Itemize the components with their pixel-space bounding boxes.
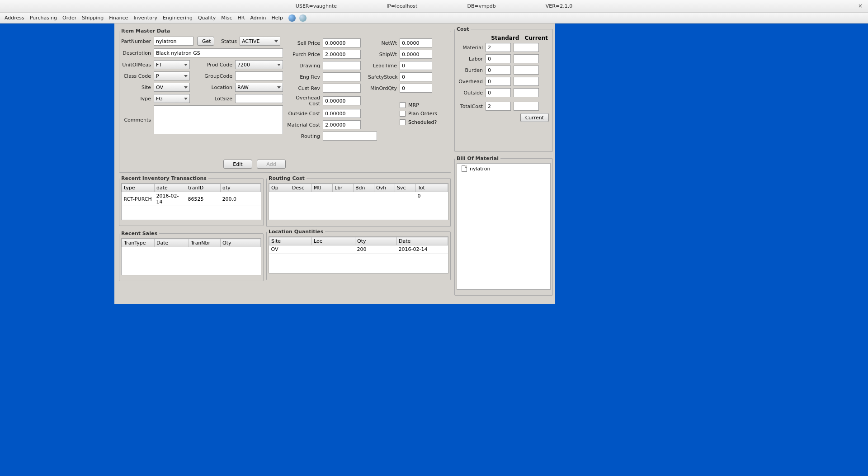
chevron-down-icon bbox=[184, 98, 188, 100]
inventory-table[interactable]: type date tranID qty RCT-PURCH2016-02-14… bbox=[122, 184, 261, 206]
minordqty-input[interactable] bbox=[400, 84, 432, 93]
bom-root-label: nylatron bbox=[470, 166, 491, 172]
lbl-mrp: MRP bbox=[408, 102, 419, 108]
sales-table[interactable]: TranType Date TranNbr Qty bbox=[122, 239, 261, 247]
bom-panel: Bill Of Material nylatron bbox=[454, 156, 553, 296]
chevron-down-icon bbox=[277, 86, 281, 89]
menu-purchasing[interactable]: Purchasing bbox=[28, 14, 59, 22]
menu-quality[interactable]: Quality bbox=[196, 14, 217, 22]
lbl-outside: Outside Cost bbox=[287, 111, 323, 117]
chevron-down-icon bbox=[184, 75, 188, 77]
menu-inventory[interactable]: Inventory bbox=[132, 14, 159, 22]
status-select[interactable]: ACTIVE bbox=[240, 37, 280, 46]
lbl-safetystock: SafetyStock bbox=[368, 74, 400, 80]
mrp-checkbox[interactable] bbox=[400, 102, 406, 108]
cost-cur-total[interactable] bbox=[514, 102, 539, 111]
cost-std-total[interactable] bbox=[486, 102, 511, 111]
lbl-scheduled: Scheduled? bbox=[408, 119, 437, 125]
lbl-cost-material: Material bbox=[458, 45, 486, 51]
edit-button[interactable]: Edit bbox=[223, 160, 252, 169]
lbl-location: Location bbox=[190, 85, 235, 90]
menu-help[interactable]: Help bbox=[270, 14, 285, 22]
drawing-input[interactable] bbox=[323, 61, 361, 70]
outside-input[interactable] bbox=[323, 109, 361, 118]
menu-hr[interactable]: HR bbox=[236, 14, 247, 22]
cost-std-burden[interactable] bbox=[486, 66, 511, 75]
title-db: DB=vmpdb bbox=[467, 3, 495, 9]
menu-misc[interactable]: Misc bbox=[219, 14, 234, 22]
shipwt-input[interactable] bbox=[400, 50, 432, 59]
menu-admin[interactable]: Admin bbox=[248, 14, 268, 22]
purchprice-input[interactable] bbox=[323, 50, 361, 59]
safetystock-input[interactable] bbox=[400, 72, 432, 81]
description-input[interactable] bbox=[154, 48, 283, 57]
routing-input[interactable] bbox=[323, 132, 377, 141]
cost-cur-overhead[interactable] bbox=[514, 77, 539, 86]
refresh-icon[interactable] bbox=[299, 14, 307, 22]
location-select[interactable]: RAW bbox=[235, 83, 283, 92]
groupcode-input[interactable] bbox=[235, 71, 283, 80]
lbl-sellprice: Sell Price bbox=[287, 40, 323, 46]
table-row[interactable]: RCT-PURCH2016-02-1486525200.0 bbox=[122, 192, 261, 206]
cost-std-outside[interactable] bbox=[486, 88, 511, 97]
cost-legend: Cost bbox=[455, 26, 471, 32]
uom-select[interactable]: FT bbox=[154, 60, 190, 69]
chevron-down-icon bbox=[274, 40, 278, 42]
leadtime-input[interactable] bbox=[400, 61, 432, 70]
classcode-select[interactable]: P bbox=[154, 71, 190, 80]
menu-order[interactable]: Order bbox=[61, 14, 78, 22]
menu-engineering[interactable]: Engineering bbox=[161, 14, 194, 22]
item-master-panel: Item Master Data PartNumber Get Status A… bbox=[119, 28, 451, 173]
lbl-status: Status bbox=[214, 38, 240, 44]
lbl-engrev: Eng Rev bbox=[287, 74, 323, 80]
locqty-legend: Location Quantities bbox=[267, 229, 325, 235]
menubar: Address Purchasing Order Shipping Financ… bbox=[0, 13, 868, 24]
locqty-table[interactable]: Site Loc Qty Date OV2002016-02-14 bbox=[269, 237, 448, 254]
engrev-input[interactable] bbox=[323, 72, 361, 81]
bom-tree-item[interactable]: nylatron bbox=[457, 164, 550, 174]
cost-std-labor[interactable] bbox=[486, 54, 511, 63]
netwt-input[interactable] bbox=[400, 38, 432, 47]
menu-shipping[interactable]: Shipping bbox=[80, 14, 105, 22]
chevron-down-icon bbox=[184, 86, 188, 89]
material-input[interactable] bbox=[323, 120, 361, 129]
lbl-cost-total: TotalCost bbox=[458, 104, 486, 109]
lotsize-input[interactable] bbox=[235, 94, 283, 103]
planorders-checkbox[interactable] bbox=[400, 111, 406, 117]
file-icon bbox=[462, 165, 467, 172]
sellprice-input[interactable] bbox=[323, 38, 361, 47]
current-button[interactable]: Current bbox=[520, 113, 549, 122]
chevron-down-icon bbox=[184, 64, 188, 66]
add-button[interactable]: Add bbox=[257, 160, 286, 169]
table-row[interactable]: 0 bbox=[269, 192, 448, 200]
cost-header-current: Current bbox=[524, 35, 548, 41]
back-icon[interactable] bbox=[288, 14, 296, 22]
cost-std-material[interactable] bbox=[486, 43, 511, 52]
get-button[interactable]: Get bbox=[197, 37, 214, 46]
scheduled-checkbox[interactable] bbox=[400, 119, 406, 125]
lbl-groupcode: GroupCode bbox=[190, 73, 235, 79]
close-icon[interactable]: × bbox=[857, 3, 863, 9]
lbl-comments: Comments bbox=[121, 117, 154, 123]
custrev-input[interactable] bbox=[323, 84, 361, 93]
type-select[interactable]: FG bbox=[154, 94, 190, 103]
lbl-cost-burden: Burden bbox=[458, 67, 486, 73]
menu-address[interactable]: Address bbox=[3, 14, 26, 22]
overhead-input[interactable] bbox=[323, 96, 361, 105]
comments-input[interactable] bbox=[154, 105, 283, 134]
partnumber-input[interactable] bbox=[154, 37, 193, 46]
cost-cur-material[interactable] bbox=[514, 43, 539, 52]
cost-cur-burden[interactable] bbox=[514, 66, 539, 75]
site-select[interactable]: OV bbox=[154, 83, 190, 92]
lbl-prodcode: Prod Code bbox=[190, 62, 235, 68]
routingcost-table[interactable]: Op Desc Mtl Lbr Bdn Ovh Svc Tot 0 bbox=[269, 184, 448, 200]
cost-std-overhead[interactable] bbox=[486, 77, 511, 86]
prodcode-select[interactable]: 7200 bbox=[235, 60, 283, 69]
lbl-lotsize: LotSize bbox=[190, 96, 235, 102]
cost-cur-labor[interactable] bbox=[514, 54, 539, 63]
lbl-purchprice: Purch Price bbox=[287, 52, 323, 57]
cost-cur-outside[interactable] bbox=[514, 88, 539, 97]
table-row[interactable]: OV2002016-02-14 bbox=[269, 245, 448, 254]
menu-finance[interactable]: Finance bbox=[107, 14, 130, 22]
lbl-uom: UnitOfMeas bbox=[121, 62, 154, 68]
